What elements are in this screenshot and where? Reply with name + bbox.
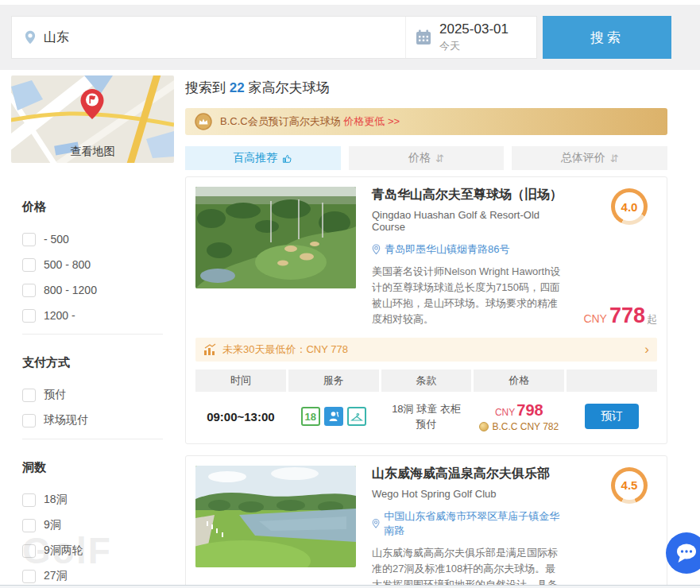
sort-arrows-icon: ⇵ [610,153,619,164]
course-photo-image [195,187,356,288]
member-price: B.C.C CNY 782 [474,421,564,432]
rating-badge: 4.0 [611,188,648,225]
chat-bubble-icon [672,539,700,567]
result-count: 搜索到 22 家高尔夫球场 [185,79,667,97]
promo-highlight: 价格更低 >> [343,115,400,127]
tab-sort-rating[interactable]: 总体评价 ⇵ [512,146,667,170]
results-main: 搜索到 22 家高尔夫球场 B.C.C会员预订高尔夫球场 价格更低 >> 百高推… [185,75,667,588]
col-service: 服务 [288,369,379,392]
date-picker[interactable]: 2025-03-01 今天 [406,17,536,58]
filter-title-price: 价格 [22,199,174,215]
checkbox[interactable] [22,258,36,272]
filter-option[interactable]: 预付 [22,388,174,402]
checkbox[interactable] [22,570,36,583]
course-card: 山东威海威高温泉高尔夫俱乐部 Wego Hot Spring Golf Club… [185,455,667,588]
teetime-time: 09:00~13:00 [195,410,286,424]
col-time: 时间 [195,369,286,392]
filter-option[interactable]: 800 - 1200 [22,283,174,297]
course-address[interactable]: 青岛即墨华山镇烟青路86号 [372,242,566,257]
sort-arrows-icon: ⇵ [435,153,444,164]
calendar-icon [416,29,431,45]
date-note: 今天 [439,39,509,53]
rating-value: 4.5 [615,471,644,500]
content: 查看地图 价格 - 500 500 - 800 800 - 1200 1200 … [0,70,700,588]
filter-option[interactable]: 27洞 [22,569,174,583]
filter-option[interactable]: 18洞 [22,493,174,507]
filter-option[interactable]: - 500 [22,232,174,246]
address-pin-icon [372,518,380,529]
filter-panel: 价格 - 500 500 - 800 800 - 1200 1200 - 支付方… [11,163,174,583]
course-title[interactable]: 山东威海威高温泉高尔夫俱乐部 [372,466,566,482]
teetime-terms: 18洞 球童 衣柜 预付 [381,401,472,432]
filter-option[interactable]: 1200 - [22,308,174,323]
sort-tabs: 百高推荐 价格 ⇵ 总体评价 ⇵ [185,146,667,170]
result-count-prefix: 搜索到 [185,80,230,95]
course-card: 青岛华山高尔夫至尊球场（旧场） Qingdao Huashan Golf & R… [185,176,667,444]
location-value: 山东 [44,29,69,46]
location-input[interactable]: 山东 [12,17,406,58]
table-header: 时间 服务 条款 价格 [195,369,657,392]
price-chart-icon [203,343,216,356]
caddie-icon [324,407,343,426]
member-promo-banner[interactable]: B.C.C会员预订高尔夫球场 价格更低 >> [185,108,667,135]
from-price: CNY778起 [583,304,657,328]
map-preview[interactable]: 查看地图 [11,75,174,163]
chat-button[interactable] [666,532,700,574]
teetime-row: 09:00~13:00 18 18洞 球童 衣柜 预付 [195,392,657,439]
course-description: 山东威海威高高尔夫俱乐部是满足国际标准的27洞及标准108杆的高尔夫球场。最大发… [372,545,566,588]
chevron-right-icon: › [644,342,649,356]
course-photo[interactable] [195,466,356,567]
checkbox[interactable] [22,544,36,558]
filter-title-holes: 洞数 [22,460,174,475]
locker-hanger-icon [347,407,366,426]
divider [22,334,163,335]
result-count-number: 22 [230,80,245,95]
checkbox[interactable] [22,233,36,246]
course-title[interactable]: 青岛华山高尔夫至尊球场（旧场） [372,187,566,203]
teetime-table: 时间 服务 条款 价格 09:00~13:00 18 [195,369,657,439]
holes-18-icon: 18 [301,407,320,426]
filter-title-payment: 支付方式 [22,355,174,370]
filter-option[interactable]: 9洞 [22,518,174,532]
sidebar: 查看地图 价格 - 500 500 - 800 800 - 1200 1200 … [11,75,174,588]
tab-sort-price[interactable]: 价格 ⇵ [349,146,505,170]
col-action [567,369,657,392]
checkbox[interactable] [22,284,36,297]
filter-option[interactable]: 500 - 800 [22,257,174,272]
lowest-price-text: 未来30天最低价：CNY 778 [222,342,348,357]
search-bar: 山东 2025-03-01 今天 搜索 [0,5,700,70]
checkbox[interactable] [22,309,36,323]
price-value: 778 [609,304,645,327]
page-bottom-edge [0,585,700,588]
course-photo[interactable] [195,187,356,288]
date-value: 2025-03-01 [439,21,509,37]
rating-badge: 4.5 [611,467,648,504]
checkbox[interactable] [22,389,36,402]
address-pin-icon [372,244,381,255]
lowest-price-strip[interactable]: 未来30天最低价：CNY 778 › [195,338,657,362]
col-terms: 条款 [381,369,472,392]
checkbox[interactable] [22,519,36,532]
promo-text: B.C.C会员预订高尔夫球场 价格更低 >> [220,114,400,129]
course-subtitle: Qingdao Huashan Golf & Resort-Old Course [372,209,566,233]
tab-recommended[interactable]: 百高推荐 [185,146,341,170]
coin-icon [479,422,489,431]
result-count-suffix: 家高尔夫球场 [245,80,330,95]
price-suffix: 起 [647,313,657,325]
location-pin-icon [25,30,36,44]
filter-option[interactable]: 9洞两轮 [22,544,174,558]
checkbox[interactable] [22,414,36,427]
book-button[interactable]: 预订 [585,404,639,429]
rating-value: 4.0 [615,192,644,221]
thumb-up-icon [282,153,292,164]
course-description: 美国著名设计师Nelson Wright Haworth设计的至尊球场球道总长度… [372,264,566,328]
checkbox[interactable] [22,493,36,507]
filter-option[interactable]: 球场现付 [22,413,174,427]
currency-label: CNY [583,312,607,325]
search-box: 山东 2025-03-01 今天 [11,16,537,59]
crown-medal-icon [195,113,212,130]
search-button[interactable]: 搜索 [543,16,671,59]
course-address[interactable]: 中国山东省威海市环翠区草庙子镇金华南路 [372,509,566,538]
teetime-price: CNY798 B.C.C CNY 782 [474,401,564,432]
map-pin-icon [79,88,105,120]
